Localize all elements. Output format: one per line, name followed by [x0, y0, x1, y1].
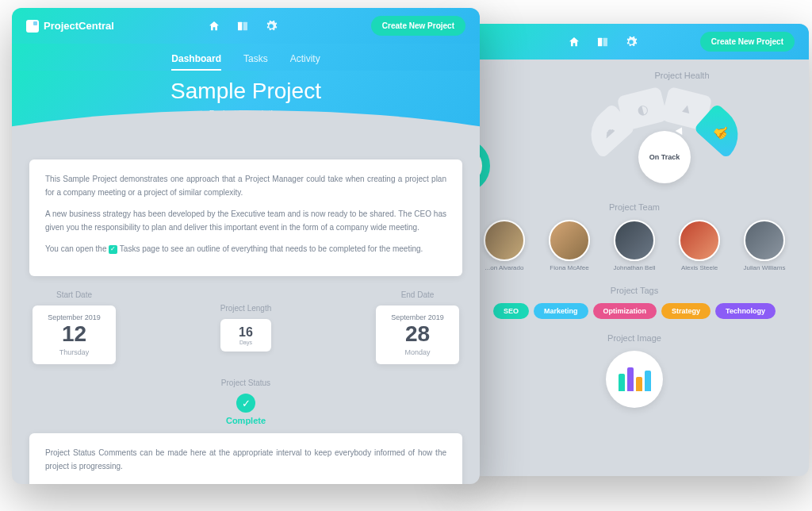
health-bad-icon: ☁	[598, 121, 618, 141]
tasks-check-icon	[109, 245, 117, 254]
team-row: ...on AlvaradoFiona McAfeeJohnathan Bell…	[474, 220, 795, 271]
header-secondary: Create New Project	[460, 24, 809, 60]
home-icon[interactable]	[568, 36, 580, 48]
status-check-icon: ✓	[236, 394, 255, 413]
status-c2: While the Project Team (which can be qui…	[45, 481, 446, 484]
desc-p3: You can open the Tasks page to see an ou…	[45, 242, 446, 256]
tag[interactable]: SEO	[493, 303, 529, 319]
svg-rect-3	[243, 21, 247, 30]
team-member[interactable]: Fiona McAfee	[541, 220, 598, 271]
tab-dashboard[interactable]: Dashboard	[171, 48, 221, 71]
header-primary: ProjectCentral Create New Project	[12, 8, 480, 44]
status-c1: Project Status Comments can be made here…	[45, 446, 446, 473]
health-risk-icon: ◐	[635, 100, 649, 117]
end-date-label: End Date	[376, 290, 459, 299]
project-tags-label: Project Tags	[474, 286, 795, 295]
length-card: 16 Days	[220, 319, 272, 352]
window-secondary: Create New Project plete % Project Healt…	[460, 24, 809, 476]
project-image[interactable]	[606, 351, 663, 408]
team-member[interactable]: Johnathan Bell	[606, 220, 663, 271]
tag[interactable]: Optimization	[593, 303, 657, 319]
home-icon[interactable]	[208, 20, 220, 33]
health-gauge: ☁ ◐ ▲ 👍 On Track	[585, 88, 744, 167]
status-value: Complete	[29, 416, 462, 425]
logo-icon	[26, 20, 39, 33]
project-subtitle: Project Description	[28, 109, 464, 118]
avatar	[744, 220, 785, 261]
status-comments-card: Project Status Comments can be made here…	[29, 433, 462, 484]
tab-activity[interactable]: Activity	[290, 48, 320, 71]
avatar	[614, 220, 655, 261]
desc-p2: A new business strategy has been develop…	[45, 207, 446, 234]
member-name: Julian Williams	[736, 264, 793, 271]
avatar	[484, 220, 525, 261]
tags-row: SEOMarketingOptimizationStrategyTechnolo…	[474, 303, 795, 319]
project-health-label: Project Health	[569, 71, 795, 80]
tag[interactable]: Technology	[715, 303, 776, 319]
health-status-bubble: On Track	[638, 131, 691, 183]
project-title: Sample Project	[28, 79, 464, 104]
create-project-button[interactable]: Create New Project	[371, 16, 465, 36]
projects-icon[interactable]	[236, 20, 249, 33]
avatar	[549, 220, 590, 261]
svg-rect-2	[238, 21, 242, 30]
tab-tasks[interactable]: Tasks	[243, 48, 268, 71]
member-name: Johnathan Bell	[606, 264, 663, 271]
create-project-button[interactable]: Create New Project	[700, 32, 795, 52]
tabs: Dashboard Tasks Activity	[12, 44, 480, 71]
length-label: Project Length	[220, 304, 272, 313]
member-name: Fiona McAfee	[541, 264, 598, 271]
tag[interactable]: Strategy	[661, 303, 710, 319]
projects-icon[interactable]	[596, 36, 609, 48]
member-name: ...on Alvarado	[476, 264, 533, 271]
status-label: Project Status	[29, 378, 462, 387]
hero: Sample Project Project Description	[12, 71, 480, 142]
member-name: Alexis Steele	[671, 264, 728, 271]
health-warn-icon: ▲	[679, 100, 695, 117]
team-member[interactable]: Alexis Steele	[671, 220, 728, 271]
project-team-label: Project Team	[474, 202, 795, 212]
start-date-label: Start Date	[33, 290, 116, 299]
window-primary: ProjectCentral Create New Project Dashbo…	[12, 8, 480, 484]
end-date-card[interactable]: September 2019 28 Monday	[376, 305, 459, 364]
gear-icon[interactable]	[265, 20, 278, 33]
description-card: This Sample Project demonstrates one app…	[29, 159, 462, 276]
dates-row: Start Date September 2019 12 Thursday Pr…	[29, 290, 462, 364]
avatar	[679, 220, 720, 261]
thumbs-up-icon: 👍	[710, 120, 733, 142]
project-image-label: Project Image	[474, 333, 795, 343]
svg-rect-1	[603, 37, 607, 46]
tag[interactable]: Marketing	[534, 303, 588, 319]
desc-p1: This Sample Project demonstrates one app…	[45, 172, 446, 199]
gear-icon[interactable]	[625, 36, 638, 48]
team-member[interactable]: Julian Williams	[736, 220, 793, 271]
nav-icons	[568, 36, 638, 48]
logo[interactable]: ProjectCentral	[26, 20, 114, 33]
nav-icons	[208, 20, 278, 33]
start-date-card[interactable]: September 2019 12 Thursday	[33, 305, 116, 364]
svg-rect-0	[598, 37, 602, 46]
team-member[interactable]: ...on Alvarado	[476, 220, 533, 271]
